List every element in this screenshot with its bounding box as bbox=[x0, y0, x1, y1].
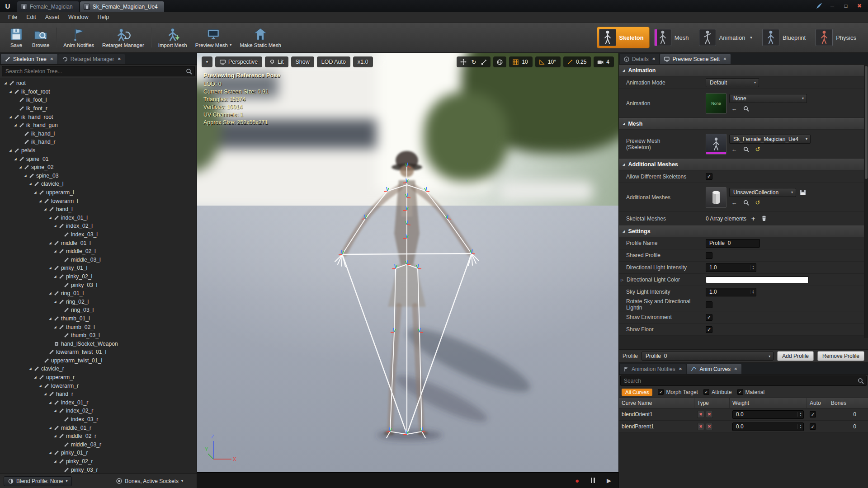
curve-weight-spinner[interactable]: 0.0▲▼ bbox=[732, 410, 804, 419]
mode-mesh[interactable]: Mesh bbox=[652, 27, 694, 48]
mode-physics[interactable]: Physics bbox=[814, 27, 862, 48]
mode-blueprint[interactable]: Blueprint bbox=[760, 27, 811, 48]
tab-close-icon[interactable]: ✖ bbox=[50, 57, 53, 61]
bone-item-index_02_r[interactable]: ◢index_02_r bbox=[0, 407, 197, 415]
morph-type-icon[interactable]: ✖ bbox=[697, 423, 704, 430]
bone-item-index_02_l[interactable]: ◢index_02_l bbox=[0, 222, 197, 230]
section-additional-meshes[interactable]: ◢ Additional Meshes bbox=[619, 159, 868, 170]
record-button[interactable]: ● bbox=[575, 477, 579, 484]
bone-item-clavicle_l[interactable]: ◢clavicle_l bbox=[0, 180, 197, 188]
expander-icon[interactable]: ▷ bbox=[621, 278, 627, 282]
rotation-snap-value[interactable]: 10° bbox=[547, 59, 559, 65]
camera-icon[interactable] bbox=[595, 57, 605, 67]
lit-button[interactable]: Lit bbox=[265, 56, 288, 67]
curves-search-input[interactable] bbox=[621, 378, 866, 384]
curve-row-blendOrient1[interactable]: blendOrient1✖✖0.0▲▼✓0 bbox=[619, 408, 868, 421]
bone-item-lowerarm_r[interactable]: ◢lowerarm_r bbox=[0, 381, 197, 390]
play-button[interactable]: ▶ bbox=[607, 478, 611, 483]
viewport-options-button[interactable]: ▾ bbox=[202, 56, 212, 67]
attribute-filter[interactable]: ✓ Attribute bbox=[703, 389, 732, 395]
use-selected-asset-icon[interactable]: ← bbox=[730, 199, 738, 207]
maximize-button[interactable]: □ bbox=[840, 1, 852, 10]
expander-icon[interactable]: ◢ bbox=[47, 317, 53, 320]
pause-button[interactable] bbox=[591, 478, 595, 483]
bone-item-ik_hand_gun[interactable]: ◢ik_hand_gun bbox=[0, 121, 197, 130]
expander-icon[interactable]: ◢ bbox=[52, 300, 58, 304]
material-type-icon[interactable]: ✖ bbox=[706, 423, 713, 430]
bone-item-hand_r[interactable]: ◢hand_r bbox=[0, 390, 197, 399]
directional-light-color-swatch[interactable] bbox=[706, 277, 809, 283]
tab-skeleton-tree[interactable]: Skeleton Tree ✖ bbox=[1, 54, 57, 64]
rotate-sky-checkbox[interactable] bbox=[706, 301, 712, 308]
browse-asset-icon[interactable] bbox=[742, 105, 750, 113]
bone-item-upperarm_r[interactable]: ◢upperarm_r bbox=[0, 373, 197, 382]
bone-item-ik_hand_root[interactable]: ◢ik_hand_root bbox=[0, 113, 197, 121]
expander-icon[interactable]: ◢ bbox=[52, 460, 58, 463]
material-checkbox[interactable]: ✓ bbox=[737, 389, 743, 395]
expander-icon[interactable]: ◢ bbox=[28, 367, 33, 371]
menu-help[interactable]: Help bbox=[93, 13, 113, 22]
tab-preview-scene-settings[interactable]: Preview Scene Sett ✖ bbox=[660, 54, 730, 64]
asset-tab-female-magician[interactable]: Female_Magician bbox=[17, 1, 79, 12]
bone-item-middle_02_l[interactable]: ◢middle_02_l bbox=[0, 247, 197, 256]
expander-icon[interactable]: ◢ bbox=[33, 375, 38, 379]
expander-icon[interactable]: ◢ bbox=[52, 249, 58, 253]
bone-item-spine_01[interactable]: ◢spine_01 bbox=[0, 155, 197, 163]
bone-item-pinky_01_r[interactable]: ◢pinky_01_r bbox=[0, 449, 197, 457]
bone-item-pinky_01_l[interactable]: ◢pinky_01_l bbox=[0, 264, 197, 272]
curve-auto-checkbox[interactable]: ✓ bbox=[810, 423, 816, 430]
attribute-checkbox[interactable]: ✓ bbox=[703, 389, 709, 395]
perspective-button[interactable]: Perspective bbox=[215, 56, 262, 67]
menu-window[interactable]: Window bbox=[64, 13, 93, 22]
bone-item-thumb_02_l[interactable]: ◢thumb_02_l bbox=[0, 323, 197, 331]
expander-icon[interactable]: ◢ bbox=[52, 325, 58, 329]
expander-icon[interactable]: ◢ bbox=[8, 90, 13, 94]
blend-profile-button[interactable]: Blend Profile: None ▾ bbox=[4, 476, 72, 486]
preview-mesh-button[interactable]: Preview Mesh ▾ bbox=[191, 25, 236, 50]
animation-mode-dropdown[interactable]: Default ▾ bbox=[706, 78, 759, 87]
expander-icon[interactable]: ◢ bbox=[23, 174, 28, 178]
expander-icon[interactable]: ◢ bbox=[13, 157, 18, 161]
tab-close-icon[interactable]: ✖ bbox=[652, 57, 656, 61]
bone-item-middle_03_r[interactable]: middle_03_r bbox=[0, 441, 197, 449]
remove-profile-button[interactable]: Remove Profile bbox=[817, 351, 864, 361]
column-bones[interactable]: Bones bbox=[828, 398, 868, 408]
expander-icon[interactable]: ◢ bbox=[52, 409, 58, 413]
tab-close-icon[interactable]: ✖ bbox=[734, 367, 737, 371]
scrollbar-thumb[interactable] bbox=[865, 66, 868, 179]
expander-icon[interactable]: ◢ bbox=[38, 199, 43, 203]
bone-item-upperarm_l[interactable]: ◢upperarm_l bbox=[0, 188, 197, 197]
camera-speed-value[interactable]: 4 bbox=[605, 59, 613, 65]
expander-icon[interactable]: ◢ bbox=[47, 451, 53, 455]
menu-file[interactable]: File bbox=[4, 13, 22, 22]
expander-icon[interactable]: ◢ bbox=[52, 275, 58, 278]
bone-item-pinky_02_r[interactable]: ◢pinky_02_r bbox=[0, 457, 197, 466]
scale-tool-icon[interactable] bbox=[479, 57, 489, 67]
make-static-mesh-button[interactable]: Make Static Mesh bbox=[236, 25, 285, 50]
bone-item-ring_03_l[interactable]: ring_03_l bbox=[0, 306, 197, 314]
bone-item-thumb_03_l[interactable]: thumb_03_l bbox=[0, 331, 197, 340]
tab-close-icon[interactable]: ✖ bbox=[723, 57, 726, 61]
expander-icon[interactable]: ◢ bbox=[38, 384, 43, 388]
expander-icon[interactable]: ◢ bbox=[47, 216, 53, 220]
bone-item-ik_foot_root[interactable]: ◢ik_foot_root bbox=[0, 88, 197, 96]
reset-to-default-icon[interactable]: ↺ bbox=[754, 199, 762, 207]
expander-icon[interactable]: ◢ bbox=[47, 426, 53, 430]
expander-icon[interactable]: ◢ bbox=[28, 182, 33, 186]
expander-icon[interactable]: ◢ bbox=[52, 434, 58, 438]
rotate-tool-icon[interactable]: ↻ bbox=[468, 57, 479, 67]
scale-snap-value[interactable]: 0.25 bbox=[575, 59, 590, 65]
expander-icon[interactable]: ◢ bbox=[3, 81, 8, 85]
section-animation[interactable]: ◢ Animation bbox=[619, 65, 868, 76]
bone-item-middle_01_r[interactable]: ◢middle_01_r bbox=[0, 423, 197, 432]
asset-tab-sk-female-magician[interactable]: Sk_Female_Magician_Ue4 bbox=[80, 1, 164, 12]
mode-skeleton[interactable]: Skeleton bbox=[597, 27, 650, 48]
preview-mesh-dropdown[interactable]: Sk_Female_Magician_Ue4 ▾ bbox=[729, 135, 811, 144]
spinner-arrows-icon[interactable]: ▲▼ bbox=[797, 412, 803, 417]
bone-item-pinky_03_l[interactable]: pinky_03_l bbox=[0, 281, 197, 289]
additional-meshes-thumbnail[interactable] bbox=[706, 187, 726, 208]
viewport-canvas[interactable]: ▾ Perspective Lit Show LOD Auto x1.0 bbox=[197, 53, 618, 472]
profile-dropdown[interactable]: Profile_0 ▾ bbox=[642, 352, 774, 361]
bone-item-ring_02_l[interactable]: ◢ring_02_l bbox=[0, 297, 197, 306]
morph-target-filter[interactable]: ✓ Morph Target bbox=[658, 389, 698, 395]
